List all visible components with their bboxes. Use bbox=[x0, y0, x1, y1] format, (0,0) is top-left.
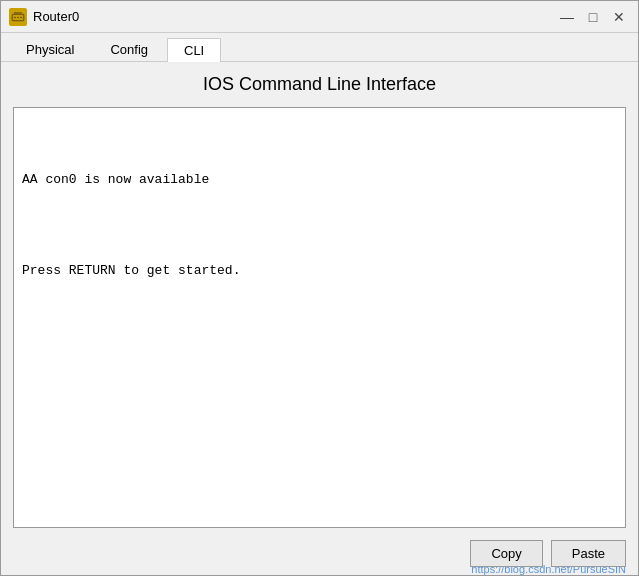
paste-button[interactable]: Paste bbox=[551, 540, 626, 567]
title-bar: Router0 — □ ✕ bbox=[1, 1, 638, 33]
maximize-button[interactable]: □ bbox=[582, 6, 604, 28]
terminal-output[interactable]: AA con0 is now available Press RETURN to… bbox=[13, 107, 626, 528]
svg-point-3 bbox=[17, 16, 19, 18]
tab-cli[interactable]: CLI bbox=[167, 38, 221, 62]
terminal-wrapper: AA con0 is now available Press RETURN to… bbox=[13, 107, 626, 528]
tab-physical[interactable]: Physical bbox=[9, 37, 91, 61]
window-controls: — □ ✕ bbox=[556, 6, 630, 28]
copy-button[interactable]: Copy bbox=[470, 540, 542, 567]
close-button[interactable]: ✕ bbox=[608, 6, 630, 28]
app-icon bbox=[9, 8, 27, 26]
main-window: Router0 — □ ✕ Physical Config CLI IOS Co… bbox=[0, 0, 639, 576]
section-title: IOS Command Line Interface bbox=[1, 62, 638, 103]
minimize-button[interactable]: — bbox=[556, 6, 578, 28]
tab-config[interactable]: Config bbox=[93, 37, 165, 61]
tab-bar: Physical Config CLI bbox=[1, 33, 638, 62]
window-title: Router0 bbox=[33, 9, 556, 24]
svg-point-4 bbox=[20, 16, 22, 18]
svg-point-2 bbox=[14, 16, 16, 18]
action-buttons: Copy Paste bbox=[470, 540, 626, 567]
bottom-bar: Copy Paste https://blog.csdn.net/PursueS… bbox=[1, 532, 638, 575]
svg-rect-5 bbox=[14, 12, 22, 14]
